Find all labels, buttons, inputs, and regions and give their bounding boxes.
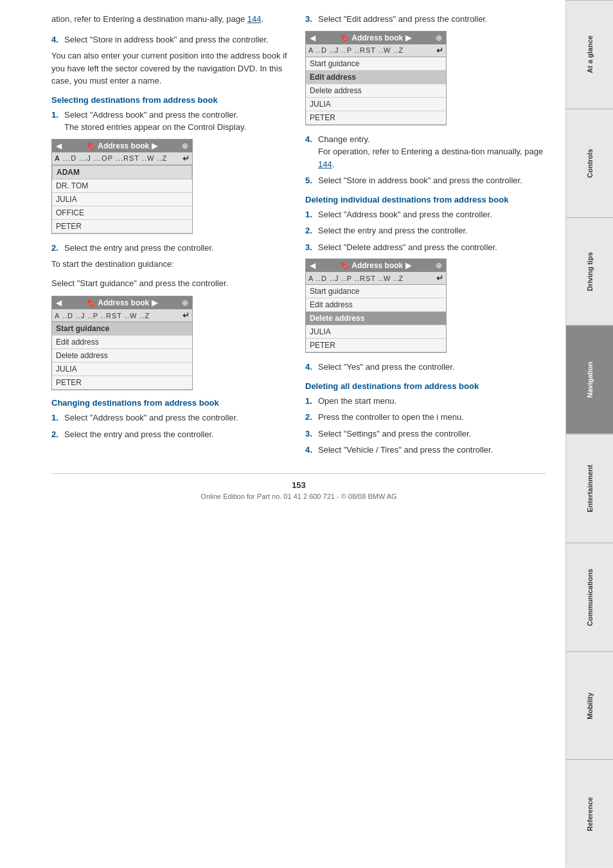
del-ind-item3-text: Select "Delete address" and press the co… (318, 241, 546, 254)
ab1-item-ADAM[interactable]: ADAM (52, 165, 192, 179)
ab2-left-arrow: ◀ (56, 298, 62, 307)
ab4-corner-icon: ⊕ (436, 261, 442, 270)
num-3-del-ind: 3. (305, 241, 318, 254)
ab2-item-edit[interactable]: Edit address (52, 336, 192, 349)
right-column: 3. Select "Edit address" and press the c… (305, 13, 546, 460)
ab4-left-arrow: ◀ (310, 261, 315, 270)
main-content: ation, refer to Entering a destination m… (0, 0, 565, 868)
del-all-item-3: 3. Select "Settings" and press the contr… (305, 428, 546, 440)
ab2-item-peter[interactable]: PETER (52, 376, 192, 390)
sidebar-tab-driving-tips[interactable]: Driving tips (566, 217, 613, 326)
ab1-title: 🔖 Address book ▶ (62, 141, 182, 150)
num-2-del-all: 2. (305, 411, 318, 424)
num-2-chg: 2. (51, 428, 64, 441)
num-3-del-all: 3. (305, 428, 318, 440)
ab1-alpha: A ...D ...J ...OP ...RST ..W ..Z (55, 154, 167, 162)
selecting-item1b-text: The stored entries appear on the Control… (64, 122, 246, 132)
changing-item1-text: Select "Address book" and press the cont… (64, 411, 292, 424)
changing-item2-text: Select the entry and press the controlle… (64, 428, 292, 441)
num-5-right: 5. (305, 174, 318, 187)
ab3-title-bar: ◀ 🔖 Address book ▶ ⊕ (306, 32, 446, 44)
selecting-item-1: 1. Select "Address book" and press the c… (51, 109, 292, 134)
two-column-layout: ation, refer to Entering a destination m… (51, 13, 546, 460)
section-heading-selecting: Selecting destinations from address book (51, 95, 292, 105)
del-all-item2-text: Press the controller to open the i menu. (318, 411, 546, 424)
sidebar-tab-communications[interactable]: Communications (566, 543, 613, 651)
ab3-corner-icon: ⊕ (436, 33, 442, 42)
intro-item-4: 4. Select "Store in address book" and pr… (51, 33, 292, 46)
num-1-del-ind: 1. (305, 208, 318, 221)
sidebar-tab-entertainment[interactable]: Entertainment (566, 434, 613, 543)
ab3-item-peter[interactable]: PETER (306, 111, 446, 125)
ab3-item-start[interactable]: Start guidance (306, 57, 446, 71)
ab2-item-julia[interactable]: JULIA (52, 363, 192, 376)
intro-item4-text: Select "Store in address book" and press… (64, 33, 292, 46)
num-4-right: 4. (305, 133, 318, 171)
ab3-alpha: A ..D ..J ..P ..RST ..W ..Z (308, 46, 404, 54)
ab4-item-delete[interactable]: Delete address (306, 312, 446, 325)
sidebar-tab-mobility[interactable]: Mobility (566, 651, 613, 760)
right-item-5: 5. Select "Store in address book" and pr… (305, 174, 546, 187)
ab1-nav-row: A ...D ...J ...OP ...RST ..W ..Z ↵ (52, 152, 192, 165)
ab4-item-edit[interactable]: Edit address (306, 298, 446, 312)
ab4-item-peter[interactable]: PETER (306, 339, 446, 352)
ab2-title-bar: ◀ 🔖 Address book ▶ ⊕ (52, 296, 192, 309)
num-4-del-ind: 4. (305, 361, 318, 374)
ab1-title-bar: ◀ 🔖 Address book ▶ ⊕ (52, 140, 192, 152)
address-book-widget-4: ◀ 🔖 Address book ▶ ⊕ A ..D ..J ..P ..RST… (305, 258, 447, 353)
ab3-left-arrow: ◀ (310, 33, 315, 42)
page-link-144-right[interactable]: 144 (318, 159, 332, 169)
sidebar-tab-controls[interactable]: Controls (566, 109, 613, 217)
del-ind-item-3: 3. Select "Delete address" and press the… (305, 241, 546, 254)
ab1-corner-icon: ⊕ (182, 141, 188, 150)
page-link-144-intro[interactable]: 144 (247, 14, 262, 24)
ab1-item-OFFICE[interactable]: OFFICE (52, 206, 192, 220)
intro-text-1b: . (261, 14, 263, 24)
del-ind-item-4: 4. Select "Yes" and press the controller… (305, 361, 546, 374)
ab3-item-julia[interactable]: JULIA (306, 98, 446, 111)
ab4-title-bar: ◀ 🔖 Address book ▶ ⊕ (306, 259, 446, 272)
right-sidebar: At a glance Controls Driving tips Naviga… (565, 0, 613, 868)
del-ind-item2-text: Select the entry and press the controlle… (318, 224, 546, 237)
ab2-item-start[interactable]: Start guidance (52, 322, 192, 336)
ab4-item-start[interactable]: Start guidance (306, 285, 446, 298)
del-ind-item-1: 1. Select "Address book" and press the c… (305, 208, 546, 221)
right-item-3: 3. Select "Edit address" and press the c… (305, 13, 546, 26)
ab2-title: 🔖 Address book ▶ (62, 298, 182, 307)
sidebar-tab-at-a-glance[interactable]: At a glance (566, 0, 613, 109)
selecting-item1-text: Select "Address book" and press the cont… (64, 110, 238, 120)
ab3-item-delete[interactable]: Delete address (306, 84, 446, 98)
num-2-sel: 2. (51, 242, 64, 255)
selecting-item-2: 2. Select the entry and press the contro… (51, 242, 292, 255)
address-book-widget-1: ◀ 🔖 Address book ▶ ⊕ A ...D ...J ...OP .… (51, 139, 193, 234)
selecting-item2-text: Select the entry and press the controlle… (64, 242, 292, 255)
del-all-item-1: 1. Open the start menu. (305, 395, 546, 408)
num-4-intro: 4. (51, 33, 64, 46)
ab3-item-edit[interactable]: Edit address (306, 71, 446, 84)
ab3-back: ↵ (436, 46, 443, 55)
right-item3-text: Select "Edit address" and press the cont… (318, 13, 546, 26)
ab4-alpha: A ..D ..J ..P ..RST ..W ..Z (308, 275, 404, 282)
address-book-widget-2: ◀ 🔖 Address book ▶ ⊕ A ..D ..J ..P ..RST… (51, 296, 193, 390)
selecting-item3b-text: Select "Start guidance" and press the co… (51, 277, 292, 290)
ab2-item-delete[interactable]: Delete address (52, 349, 192, 363)
address-book-widget-3: ◀ 🔖 Address book ▶ ⊕ A ..D ..J ..P ..RST… (305, 31, 447, 125)
intro-text-1: ation, refer to Entering a destination m… (51, 14, 247, 24)
selecting-item3-text: To start the destination guidance: (51, 258, 292, 271)
num-1-chg: 1. (51, 411, 64, 424)
right-item5-text: Select "Store in address book" and press… (318, 174, 546, 187)
ab1-item-JULIA[interactable]: JULIA (52, 193, 192, 206)
ab2-back: ↵ (182, 311, 190, 320)
ab1-item-DRTOM[interactable]: DR. TOM (52, 179, 192, 193)
ab2-alpha: A ..D ..J ..P ..RST ..W ..Z (55, 312, 150, 320)
sidebar-tab-navigation[interactable]: Navigation (566, 325, 613, 434)
ab1-item-PETER[interactable]: PETER (52, 220, 192, 233)
ab4-item-julia[interactable]: JULIA (306, 325, 446, 339)
left-column: ation, refer to Entering a destination m… (51, 13, 292, 460)
ab3-title: 🔖 Address book ▶ (315, 33, 436, 42)
section-heading-del-individual: Deleting individual destinations from ad… (305, 195, 546, 204)
sidebar-tab-reference[interactable]: Reference (566, 759, 613, 868)
right-item4c-text: . (332, 159, 335, 169)
ab2-corner-icon: ⊕ (182, 298, 188, 307)
ab4-title: 🔖 Address book ▶ (315, 261, 436, 270)
